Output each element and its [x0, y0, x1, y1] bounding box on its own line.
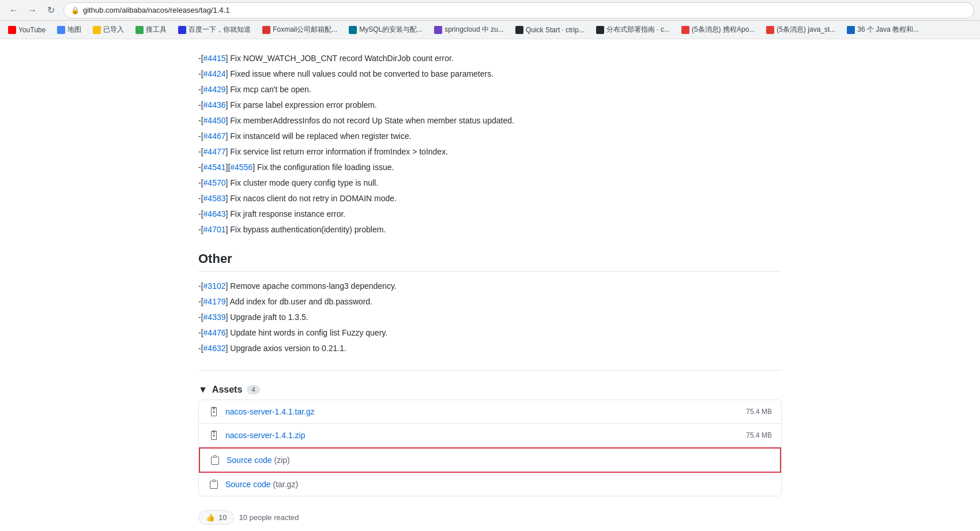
bookmark-gongju[interactable]: 搜工具	[133, 24, 169, 36]
bookmark-icon-11	[766, 26, 774, 34]
assets-section: ▼ Assets 4 nacos-server-1.4.1.tar.gz 75.…	[198, 385, 782, 529]
list-item: -[#4477] Fix service list return error i…	[198, 144, 782, 160]
asset-size-tar: 75.4 MB	[746, 408, 772, 416]
list-item: -[#4450] Fix memberAddressInfos do not r…	[198, 113, 782, 129]
address-bar[interactable]: 🔒 github.com/alibaba/nacos/releases/tag/…	[63, 2, 974, 18]
list-item: -[#4476] Update hint words in config lis…	[198, 325, 782, 341]
bookmark-icon-6	[349, 26, 357, 34]
other-link-4339[interactable]: #4339	[203, 312, 226, 322]
url-text: github.com/alibaba/nacos/releases/tag/1.…	[83, 6, 229, 14]
bookmark-icon-10	[681, 26, 689, 34]
reactions-bar: 👍 10 10 people reacted	[198, 506, 782, 529]
bookmark-yidaoru[interactable]: 已导入	[91, 24, 126, 36]
list-item: -[#4339] Upgrade jraft to 1.3.5.	[198, 310, 782, 325]
nav-buttons: ← → ↻	[6, 2, 59, 18]
bookmark-icon-2	[93, 26, 101, 34]
bookmark-quickstart[interactable]: Quick Start · ctrip...	[513, 25, 587, 35]
bookmark-icon-8	[515, 26, 523, 34]
fix-link-4415[interactable]: #4415	[203, 54, 226, 63]
asset-link-tar[interactable]: nacos-server-1.4.1.tar.gz	[225, 407, 746, 416]
fix-link-4436[interactable]: #4436	[203, 100, 226, 110]
back-button[interactable]: ←	[6, 2, 22, 18]
list-item: -[#4541][#4556] Fix the configuration fi…	[198, 160, 782, 175]
bookmark-36java[interactable]: 36 个 Java 教程和...	[845, 24, 921, 36]
bookmark-icon-5	[262, 26, 270, 34]
fix-link-4583[interactable]: #4583	[203, 194, 226, 203]
release-body: -[#4415] Fix NOW_WATCH_JOB_CNT record Wa…	[184, 39, 796, 531]
bookmark-5apo[interactable]: (5条消息) 携程Apo...	[679, 24, 757, 36]
asset-link-source-zip[interactable]: Source code (zip)	[227, 455, 771, 465]
reaction-thumbsup-button[interactable]: 👍 10	[198, 510, 234, 525]
fix-link-4701[interactable]: #4701	[203, 225, 226, 234]
list-item: -[#4570] Fix cluster mode query config t…	[198, 175, 782, 191]
other-link-4179[interactable]: #4179	[203, 297, 226, 306]
bookmark-distributed[interactable]: 分布式部署指南 · c...	[594, 24, 672, 36]
bookmark-icon-7	[434, 26, 442, 34]
fix-link-4643[interactable]: #4643	[203, 209, 226, 219]
archive-icon	[208, 406, 220, 417]
archive-icon-zip	[208, 430, 220, 441]
bookmark-foxmail[interactable]: Foxmail公司邮箱配...	[260, 24, 340, 36]
list-item: -[#3102] Remove apache commons-lang3 dep…	[198, 278, 782, 294]
asset-row-zip: nacos-server-1.4.1.zip 75.4 MB	[199, 424, 781, 447]
asset-row-tar: nacos-server-1.4.1.tar.gz 75.4 MB	[199, 400, 781, 424]
list-item: -[#4429] Fix mcp can't be open.	[198, 82, 782, 97]
bookmark-icon-9	[596, 26, 604, 34]
asset-link-source-tar[interactable]: Source code (tar.gz)	[225, 480, 772, 489]
list-item: -[#4415] Fix NOW_WATCH_JOB_CNT record Wa…	[198, 51, 782, 66]
other-section-heading: Other	[198, 251, 782, 272]
reload-button[interactable]: ↻	[43, 2, 59, 18]
browser-chrome: ← → ↻ 🔒 github.com/alibaba/nacos/release…	[0, 0, 980, 39]
fix-link-4556[interactable]: #4556	[230, 163, 252, 172]
asset-row-source-zip: Source code (zip)	[199, 447, 781, 473]
assets-list: nacos-server-1.4.1.tar.gz 75.4 MB nacos-…	[198, 400, 782, 496]
file-icon-source-tar	[208, 479, 220, 490]
asset-row-source-tar: Source code (tar.gz)	[199, 473, 781, 496]
bookmark-icon-4	[178, 26, 186, 34]
other-link-3102[interactable]: #3102	[203, 281, 226, 291]
list-item: -[#4632] Upgrade axios version to 0.21.1…	[198, 341, 782, 356]
bookmark-ditu[interactable]: 地图	[55, 24, 84, 36]
fix-link-4477[interactable]: #4477	[203, 147, 226, 156]
bookmark-icon-3	[135, 26, 144, 34]
section-divider	[198, 370, 782, 371]
bookmark-icon-12	[847, 26, 855, 34]
youtube-icon	[8, 26, 16, 34]
fix-link-4429[interactable]: #4429	[203, 85, 226, 94]
assets-header[interactable]: ▼ Assets 4	[198, 385, 782, 395]
lock-icon: 🔒	[71, 6, 80, 14]
forward-button[interactable]: →	[24, 2, 40, 18]
file-icon-source-zip	[209, 454, 221, 466]
bookmark-springcloud[interactable]: springcloud 中 zu...	[432, 24, 506, 36]
browser-toolbar: ← → ↻ 🔒 github.com/alibaba/nacos/release…	[0, 0, 980, 21]
other-link-4476[interactable]: #4476	[203, 328, 226, 337]
bookmark-baidu[interactable]: 百度一下，你就知道	[176, 24, 253, 36]
reaction-label: 10 people reacted	[239, 513, 299, 522]
bookmark-mysql[interactable]: MySQL的安装与配...	[346, 24, 425, 36]
bookmarks-bar: YouTube 地图 已导入 搜工具 百度一下，你就知道 Foxmail公司邮箱…	[0, 21, 980, 39]
fix-link-4467[interactable]: #4467	[203, 131, 226, 141]
reaction-count: 10	[218, 513, 227, 522]
thumbsup-emoji: 👍	[206, 513, 215, 522]
bugfix-list: -[#4415] Fix NOW_WATCH_JOB_CNT record Wa…	[198, 51, 782, 238]
fix-link-4570[interactable]: #4570	[203, 178, 226, 187]
asset-size-zip: 75.4 MB	[746, 431, 772, 439]
fix-link-4424[interactable]: #4424	[203, 69, 226, 78]
list-item: -[#4467] Fix instanceId will be replaced…	[198, 129, 782, 144]
assets-triangle-icon: ▼	[198, 385, 208, 395]
bookmark-5java[interactable]: (5条消息) java_st...	[764, 24, 838, 36]
list-item: -[#4701] Fix bypass authentication(ident…	[198, 222, 782, 238]
list-item: -[#4424] Fixed issue where null values c…	[198, 66, 782, 82]
fix-link-4541[interactable]: #4541	[203, 163, 226, 172]
assets-heading-label: Assets	[212, 385, 242, 395]
map-icon	[57, 26, 65, 34]
page-content: -[#4415] Fix NOW_WATCH_JOB_CNT record Wa…	[0, 39, 980, 531]
fix-link-4450[interactable]: #4450	[203, 116, 226, 125]
list-item: -[#4179] Add index for db.user and db.pa…	[198, 294, 782, 310]
list-item: -[#4436] Fix parse label expression erro…	[198, 97, 782, 113]
assets-count-badge: 4	[247, 385, 260, 394]
asset-link-zip[interactable]: nacos-server-1.4.1.zip	[225, 431, 746, 440]
list-item: -[#4643] Fix jraft response instance err…	[198, 206, 782, 222]
bookmark-youtube[interactable]: YouTube	[6, 25, 48, 35]
other-link-4632[interactable]: #4632	[203, 344, 226, 353]
